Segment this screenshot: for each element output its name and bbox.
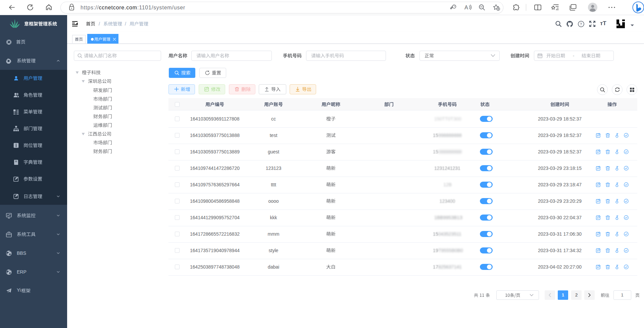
svg-text:?: ?: [580, 22, 582, 26]
svg-text:A: A: [464, 5, 468, 10]
